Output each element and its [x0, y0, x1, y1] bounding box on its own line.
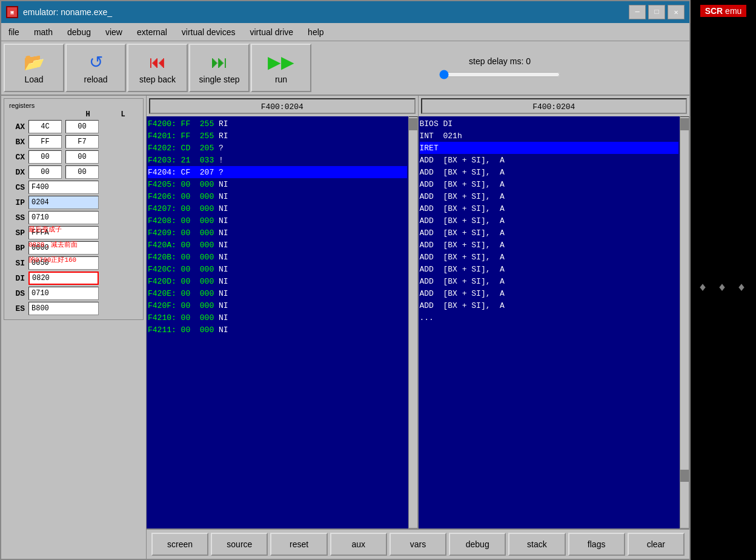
left-disasm-address: F400:0204	[149, 98, 416, 114]
right-disasm-line-0[interactable]: BIOS DI	[420, 118, 679, 130]
right-disasm-line-9[interactable]: ADD [BX + SI], A	[420, 227, 679, 239]
reg-cx-h[interactable]	[28, 150, 62, 164]
reg-sp[interactable]	[28, 226, 99, 239]
step-delay-slider[interactable]	[439, 70, 560, 79]
reg-bx-h[interactable]	[28, 135, 62, 148]
single-step-icon: ⏭	[211, 52, 228, 72]
step-back-icon: ⏮	[149, 52, 166, 72]
left-disasm-scrollbar[interactable]	[408, 116, 418, 528]
right-disasm-line-2[interactable]: IRET	[420, 142, 679, 154]
reg-row-cs: CS	[7, 181, 141, 194]
bottom-btn-screen[interactable]: screen	[151, 533, 208, 556]
reg-bx-l[interactable]	[65, 135, 99, 148]
left-disasm-line-4[interactable]: F4204: CF 207 ?	[148, 166, 407, 178]
reg-cx-l[interactable]	[65, 150, 99, 164]
left-disasm-line-0[interactable]: F4200: FF 255 RI	[148, 118, 407, 130]
left-disasm-line-17[interactable]: F4211: 00 000 NI	[148, 324, 407, 336]
bottom-btn-vars[interactable]: vars	[390, 533, 446, 556]
bottom-btn-clear[interactable]: clear	[628, 533, 685, 556]
close-button[interactable]: ✕	[668, 5, 685, 19]
left-disasm-line-10[interactable]: F420A: 00 000 NI	[148, 239, 407, 251]
left-disasm-line-13[interactable]: F420D: 00 000 NI	[148, 275, 407, 287]
reg-ip[interactable]	[28, 196, 99, 209]
reg-di[interactable]	[28, 272, 99, 285]
right-disasm-line-14[interactable]: ADD [BX + SI], A	[420, 287, 679, 299]
right-disasm-line-12[interactable]: ADD [BX + SI], A	[420, 263, 679, 275]
right-disasm-line-7[interactable]: ADD [BX + SI], A	[420, 202, 679, 215]
left-disasm-line-16[interactable]: F4210: 00 000 NI	[148, 312, 407, 324]
left-disasm-line-6[interactable]: F4206: 00 000 NI	[148, 190, 407, 202]
left-disasm-line-3[interactable]: F4203: 21 033 !	[148, 154, 407, 166]
right-disasm-line-3[interactable]: ADD [BX + SI], A	[420, 154, 679, 166]
minimize-button[interactable]: —	[629, 5, 646, 19]
run-button[interactable]: ▶▶ run	[251, 44, 311, 92]
reg-cs[interactable]	[28, 181, 99, 194]
menu-item-view[interactable]: view	[103, 26, 125, 38]
reg-row-dx: DX	[7, 165, 141, 179]
right-disasm-line-6[interactable]: ADD [BX + SI], A	[420, 190, 679, 202]
reg-name-bp: BP	[7, 244, 25, 253]
left-disasm-line-5[interactable]: F4205: 00 000 NI	[148, 178, 407, 190]
left-disasm-line-14[interactable]: F420E: 00 000 NI	[148, 287, 407, 299]
menu-item-virtual-devices[interactable]: virtual devices	[179, 26, 238, 38]
right-disasm-line-15[interactable]: ADD [BX + SI], A	[420, 299, 679, 312]
right-disasm-line-5[interactable]: ADD [BX + SI], A	[420, 178, 679, 190]
left-disasm-line-8[interactable]: F4208: 00 000 NI	[148, 215, 407, 227]
menu-item-math[interactable]: math	[31, 26, 55, 38]
col-h-label: H	[73, 110, 103, 119]
reg-es[interactable]	[28, 302, 99, 315]
bottom-btn-source[interactable]: source	[211, 533, 268, 556]
bottom-btn-debug[interactable]: debug	[449, 533, 506, 556]
reg-si[interactable]	[28, 256, 99, 270]
bottom-bar: screensourceresetauxvarsdebugstackflagsc…	[147, 528, 689, 559]
maximize-button[interactable]: □	[648, 5, 665, 19]
load-button[interactable]: 📂 Load	[4, 44, 64, 92]
right-disasm-line-1[interactable]: INT 021h	[420, 130, 679, 142]
bottom-btn-flags[interactable]: flags	[568, 533, 625, 556]
reg-name-es: ES	[7, 304, 25, 313]
reg-dx-l[interactable]	[65, 165, 99, 179]
right-disasm-line-13[interactable]: ADD [BX + SI], A	[420, 275, 679, 287]
left-disasm-line-2[interactable]: F4202: CD 205 ?	[148, 142, 407, 154]
right-disasm-scrollbar[interactable]	[680, 116, 689, 528]
left-disasm-content[interactable]: F4200: FF 255 RIF4201: FF 255 RIF4202: C…	[147, 116, 408, 528]
right-disasm-line-16[interactable]: ...	[420, 312, 679, 324]
right-disasm-line-8[interactable]: ADD [BX + SI], A	[420, 215, 679, 227]
menu-item-file[interactable]: file	[6, 26, 22, 38]
reg-ss[interactable]	[28, 211, 99, 224]
left-disasm-panel: F400:0204 F4200: FF 255 RIF4201: FF 255 …	[147, 96, 419, 528]
left-disasm-line-15[interactable]: F420F: 00 000 NI	[148, 299, 407, 312]
menu-item-virtual-drive[interactable]: virtual drive	[248, 26, 296, 38]
left-disasm-line-7[interactable]: F4207: 00 000 NI	[148, 202, 407, 215]
reg-ds[interactable]	[28, 287, 99, 300]
right-disasm-panel: F400:0204 BIOS DIINT 021hIRETADD [BX + S…	[419, 96, 690, 528]
right-disasm-line-11[interactable]: ADD [BX + SI], A	[420, 251, 679, 263]
left-disasm-line-1[interactable]: F4201: FF 255 RI	[148, 130, 407, 142]
bottom-btn-stack[interactable]: stack	[508, 533, 565, 556]
note-area: SP 最后变成子	[7, 226, 141, 239]
registers-panel: registers H L AX BX	[1, 96, 147, 559]
right-disasm-line-4[interactable]: ADD [BX + SI], A	[420, 166, 679, 178]
bottom-btn-reset[interactable]: reset	[270, 533, 327, 556]
menu-item-external[interactable]: external	[134, 26, 170, 38]
step-back-button[interactable]: ⏮ step back	[127, 44, 188, 92]
bottom-btn-aux[interactable]: aux	[330, 533, 387, 556]
reg-ax-h[interactable]	[28, 120, 62, 133]
left-disasm-line-9[interactable]: F4209: 00 000 NI	[148, 227, 407, 239]
right-disasm-content[interactable]: BIOS DIINT 021hIRETADD [BX + SI], AADD […	[419, 116, 680, 528]
left-disasm-line-12[interactable]: F420C: 00 000 NI	[148, 263, 407, 275]
reload-button[interactable]: ↺ reload	[65, 44, 126, 92]
reg-dx-h[interactable]	[28, 165, 62, 179]
single-step-button[interactable]: ⏭ single step	[189, 44, 250, 92]
right-disasm-line-10[interactable]: ADD [BX + SI], A	[420, 239, 679, 251]
right-disasm-address: F400:0204	[421, 98, 688, 114]
reg-row-cx: CX	[7, 150, 141, 164]
menu-item-help[interactable]: help	[305, 26, 326, 38]
load-label: Load	[24, 75, 43, 84]
menu-item-debug[interactable]: debug	[65, 26, 93, 38]
reg-row-sp: SP	[7, 226, 141, 239]
reg-ax-l[interactable]	[65, 120, 99, 133]
reg-row-ax: AX	[7, 120, 141, 133]
reg-bp[interactable]	[28, 241, 99, 255]
left-disasm-line-11[interactable]: F420B: 00 000 NI	[148, 251, 407, 263]
